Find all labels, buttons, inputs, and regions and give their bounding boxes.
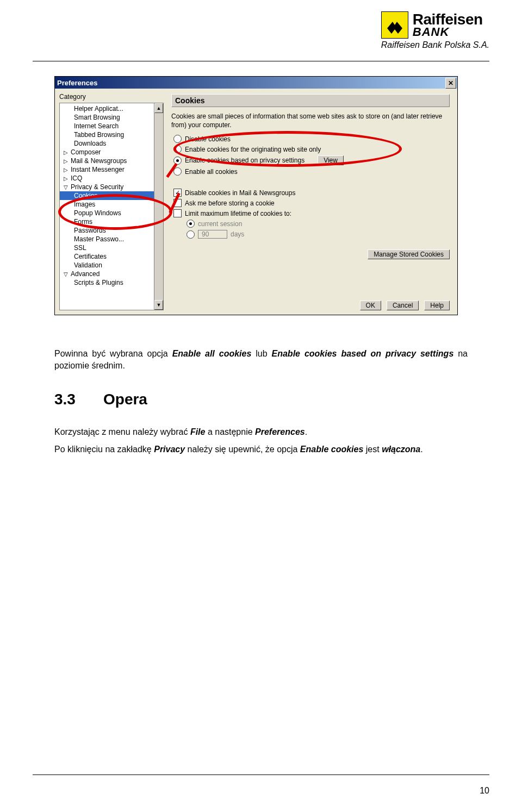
checkbox-option[interactable]: Ask me before storing a cookie	[173, 199, 450, 207]
tree-item-label: SSL	[74, 244, 86, 252]
close-icon: ✕	[448, 79, 453, 87]
tree-item[interactable]: ▷ICQ	[60, 174, 154, 183]
emphasis: File	[190, 427, 206, 436]
paragraph-1: Powinna być wybrana opcja Enable all coo…	[54, 348, 468, 372]
scroll-down-button[interactable]: ▼	[154, 300, 163, 310]
tree-item[interactable]: Forms	[60, 217, 154, 226]
limit-days-label: days	[231, 230, 244, 238]
tree-twist-icon: ▽	[63, 271, 69, 277]
tree-item-label: Certificates	[74, 253, 107, 260]
scrollbar[interactable]: ▲ ▼	[154, 103, 163, 310]
ok-button[interactable]: OK	[360, 301, 381, 310]
preferences-dialog: Preferences ✕ Category Helper Applicat..…	[54, 76, 458, 315]
titlebar[interactable]: Preferences ✕	[55, 77, 457, 89]
header-rule	[33, 61, 489, 61]
paragraph-2: Korzystając z menu należy wybrać File a …	[54, 426, 468, 438]
radio-icon	[173, 157, 182, 165]
tree-item[interactable]: ▽Advanced	[60, 270, 154, 278]
radio-icon	[173, 167, 182, 176]
cookie-check-group: Disable cookies in Mail & NewsgroupsAsk …	[171, 189, 450, 217]
radio-option[interactable]: Enable cookies for the originating web s…	[173, 145, 450, 153]
radio-label: Enable cookies based on privacy settings	[185, 157, 304, 164]
tree-item-label: Passwords	[74, 227, 106, 234]
radio-label: Disable cookies	[185, 135, 231, 143]
limit-current-session-label: current session	[198, 220, 242, 228]
radio-option[interactable]: Enable all cookies	[173, 167, 450, 176]
tree-item-label: Privacy & Security	[71, 183, 123, 191]
tree-item[interactable]: Certificates	[60, 252, 154, 261]
help-button[interactable]: Help	[424, 301, 450, 310]
tree-item-label: Cookies	[74, 192, 97, 199]
tree-item[interactable]: ▷Instant Messenger	[60, 165, 154, 174]
tree-item[interactable]: Passwords	[60, 226, 154, 235]
tree-item-label: Downloads	[74, 140, 106, 147]
radio-option[interactable]: Disable cookies	[173, 135, 450, 143]
paragraph-3: Po kliknięciu na zakładkę Privacy należy…	[54, 444, 468, 455]
tree-item-label: Instant Messenger	[71, 166, 125, 173]
tree-item-label: Validation	[74, 261, 102, 269]
brand-logo	[381, 11, 408, 39]
checkbox-icon	[173, 199, 182, 207]
view-button[interactable]: View	[318, 155, 344, 165]
section-heading: 3.3Opera	[54, 389, 468, 410]
tree-item[interactable]: Images	[60, 200, 154, 209]
tree-item[interactable]: Master Passwo...	[60, 235, 154, 243]
close-button[interactable]: ✕	[445, 78, 456, 89]
tree-item[interactable]: SSL	[60, 243, 154, 252]
tree-item-label: Popup Windows	[74, 209, 121, 217]
tree-twist-icon: ▷	[63, 167, 69, 173]
checkbox-label: Ask me before storing a cookie	[185, 199, 275, 207]
body-text: Powinna być wybrana opcja Enable all coo…	[54, 348, 468, 472]
tree-item[interactable]: Helper Applicat...	[60, 104, 154, 113]
section-title: Opera	[103, 391, 147, 408]
emphasis: Preferences	[255, 427, 305, 436]
tree-item[interactable]: Popup Windows	[60, 209, 154, 217]
brand-subtitle: Raiffeisen Bank Polska S.A.	[381, 40, 489, 50]
tree-item-label: Scripts & Plugins	[74, 279, 123, 286]
tree-twist-icon: ▷	[63, 176, 69, 182]
checkbox-label: Limit maximum lifetime of cookies to:	[185, 210, 291, 217]
brand-header: Raiffeisen BANK Raiffeisen Bank Polska S…	[381, 11, 489, 50]
tree-twist-icon: ▷	[63, 158, 69, 164]
tree-item[interactable]: Scripts & Plugins	[60, 278, 154, 287]
scroll-up-button[interactable]: ▲	[154, 103, 163, 113]
tree-item[interactable]: Tabbed Browsing	[60, 130, 154, 139]
tree-item[interactable]: Downloads	[60, 139, 154, 148]
tree-twist-icon: ▷	[63, 149, 69, 155]
panel-title: Cookies	[171, 94, 450, 107]
category-pane: Category Helper Applicat...Smart Browsin…	[55, 89, 164, 315]
tree-twist-icon: ▽	[63, 184, 69, 190]
tree-item[interactable]: ▽Privacy & Security	[60, 183, 154, 191]
panel-description: Cookies are small pieces of information …	[171, 113, 450, 129]
radio-icon	[173, 145, 182, 153]
checkbox-option[interactable]: Limit maximum lifetime of cookies to:	[173, 209, 450, 217]
limit-current-session-radio[interactable]	[187, 220, 195, 228]
tree-item[interactable]: ▷Mail & Newsgroups	[60, 157, 154, 165]
checkbox-icon	[173, 189, 182, 197]
radio-option[interactable]: Enable cookies based on privacy settings…	[173, 155, 450, 165]
limit-days-input[interactable]: 90	[198, 230, 227, 239]
tree-item[interactable]: Internet Search	[60, 122, 154, 130]
footer-rule	[33, 774, 489, 775]
page-number: 10	[480, 786, 489, 796]
emphasis: Enable cookies based on privacy settings	[272, 349, 454, 358]
tree-item-label: Smart Browsing	[74, 114, 120, 121]
dialog-title: Preferences	[57, 79, 97, 87]
tree-item-label: Mail & Newsgroups	[71, 157, 127, 165]
checkbox-option[interactable]: Disable cookies in Mail & Newsgroups	[173, 189, 450, 197]
category-tree[interactable]: Helper Applicat...Smart BrowsingInternet…	[60, 103, 154, 310]
tree-item[interactable]: Cookies	[60, 191, 154, 200]
tree-item[interactable]: Validation	[60, 261, 154, 270]
tree-item[interactable]: ▷Composer	[60, 148, 154, 157]
cookie-radio-group: Disable cookiesEnable cookies for the or…	[171, 135, 450, 176]
cancel-button[interactable]: Cancel	[387, 301, 419, 310]
emphasis: Enable cookies	[300, 445, 364, 454]
limit-days-radio[interactable]	[187, 230, 195, 239]
page: Raiffeisen BANK Raiffeisen Bank Polska S…	[0, 0, 522, 812]
tree-item-label: ICQ	[71, 174, 82, 182]
radio-icon	[173, 135, 182, 143]
manage-cookies-button[interactable]: Manage Stored Cookies	[368, 249, 450, 259]
tree-item[interactable]: Smart Browsing	[60, 113, 154, 122]
emphasis: Privacy	[154, 445, 185, 454]
tree-item-label: Tabbed Browsing	[74, 131, 124, 139]
